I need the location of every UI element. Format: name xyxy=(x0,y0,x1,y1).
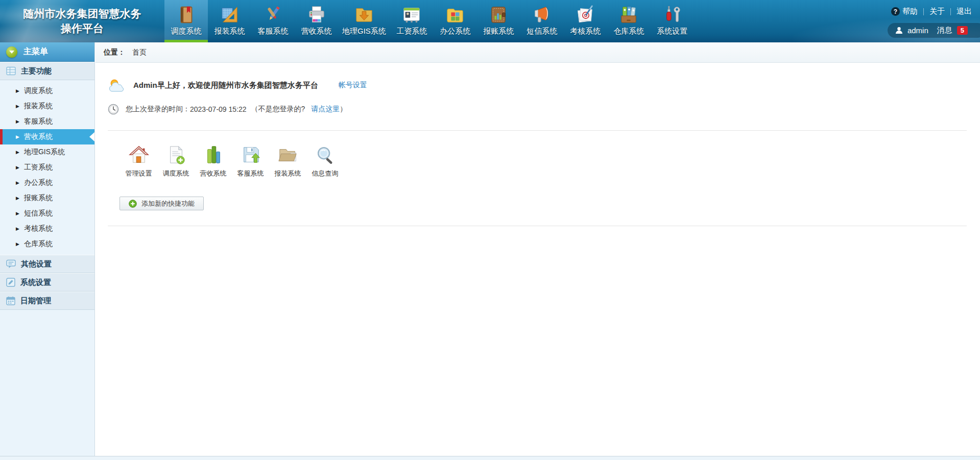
sidebar-item-gis[interactable]: 地理GIS系统 xyxy=(0,144,94,160)
divider xyxy=(108,226,967,226)
sidebar-item-assessment[interactable]: 考核系统 xyxy=(0,221,94,236)
message-count-badge[interactable]: 5 xyxy=(957,26,968,35)
help-label: 帮助 xyxy=(902,7,918,16)
nav-label: 地理GIS系统 xyxy=(342,27,386,36)
user-pill[interactable]: admin 消息 5 xyxy=(888,23,980,38)
sidebar-menu-list: 调度系统 报装系统 客服系统 营收系统 地理GIS系统 工资系统 办公系统 报账… xyxy=(0,80,94,255)
section-main-functions[interactable]: 主要功能 xyxy=(0,62,94,80)
calendar-icon xyxy=(6,296,15,305)
nav-label: 营收系统 xyxy=(301,27,332,36)
app-logo: 随州市水务集团智慧水务 操作平台 xyxy=(0,0,164,42)
sidebar-item-label: 考核系统 xyxy=(24,224,53,233)
shortcut-label: 报装系统 xyxy=(275,169,301,178)
nav-item-office[interactable]: 办公系统 xyxy=(434,0,477,42)
nav-label: 仓库系统 xyxy=(613,27,644,36)
divider xyxy=(108,130,967,131)
account-settings-link[interactable]: 帐号设置 xyxy=(339,81,367,90)
shortcut-label: 信息查询 xyxy=(312,169,339,178)
home-content: Admin早上好，欢迎使用随州市水务集团智慧水务平台 帐号设置 您上次登录的时间… xyxy=(95,63,980,226)
sidebar-item-installation[interactable]: 报装系统 xyxy=(0,99,94,114)
nav-item-installation[interactable]: 报装系统 xyxy=(208,0,251,42)
app-title-line1: 随州市水务集团智慧水务 xyxy=(23,7,141,21)
sidebar-item-label: 报账系统 xyxy=(24,193,53,203)
sidebar-item-customer-service[interactable]: 客服系统 xyxy=(0,114,94,129)
shortcut-installation[interactable]: 报装系统 xyxy=(269,145,306,178)
set-square-icon xyxy=(220,4,240,26)
messages-link[interactable]: 消息 xyxy=(937,26,952,35)
breadcrumb: 位置： 首页 xyxy=(95,42,980,63)
wallet-chart-icon xyxy=(489,4,508,26)
add-shortcut-label: 添加新的快捷功能 xyxy=(141,199,195,208)
user-icon xyxy=(895,27,903,34)
nav-item-reimbursement[interactable]: 报账系统 xyxy=(477,0,520,42)
shortcut-label: 客服系统 xyxy=(237,169,264,178)
search-icon xyxy=(315,145,336,165)
sidebar-item-revenue[interactable]: 营收系统 xyxy=(0,129,94,144)
not-you-link[interactable]: 请点这里 xyxy=(311,105,340,114)
nav-item-sms[interactable]: 短信系统 xyxy=(520,0,564,42)
tools-icon xyxy=(662,4,682,26)
selected-stripe xyxy=(0,129,3,144)
breadcrumb-page[interactable]: 首页 xyxy=(132,48,147,57)
last-login-row: 您上次登录的时间： 2023-07-09 15:22 （不是您登录的? 请点这里… xyxy=(108,104,967,115)
sidebar-item-warehouse[interactable]: 仓库系统 xyxy=(0,236,94,252)
section-system-settings[interactable]: 系统设置 xyxy=(0,273,94,292)
main-menu-header[interactable]: 主菜单 xyxy=(0,42,94,62)
nav-item-warehouse[interactable]: 仓库系统 xyxy=(607,0,651,42)
about-link[interactable]: 关于 xyxy=(929,7,945,16)
nav-item-revenue[interactable]: 营收系统 xyxy=(295,0,338,42)
folder-document-icon xyxy=(278,145,298,165)
megaphone-icon xyxy=(532,4,552,26)
logout-label: 退出 xyxy=(957,7,972,16)
sidebar-item-office[interactable]: 办公系统 xyxy=(0,175,94,190)
edit-icon xyxy=(6,278,15,287)
shortcut-customer-service[interactable]: 客服系统 xyxy=(232,145,269,178)
footer-strip xyxy=(0,456,980,460)
sidebar-item-payroll[interactable]: 工资系统 xyxy=(0,160,94,175)
help-icon: ? xyxy=(891,7,900,16)
section-other-settings[interactable]: 其他设置 xyxy=(0,255,94,273)
binders-icon xyxy=(619,4,638,26)
book-icon xyxy=(177,4,196,26)
selected-arrow-icon xyxy=(89,132,94,141)
sidebar-item-dispatch[interactable]: 调度系统 xyxy=(0,83,94,99)
app-title: 随州市水务集团智慧水务 操作平台 xyxy=(23,7,141,36)
home-icon xyxy=(129,145,149,165)
shortcut-admin-settings[interactable]: 管理设置 xyxy=(120,145,157,178)
shortcut-dispatch[interactable]: 调度系统 xyxy=(157,145,195,178)
nav-item-assessment[interactable]: 考核系统 xyxy=(564,0,607,42)
weather-icon xyxy=(108,78,126,92)
nav-item-payroll[interactable]: 工资系统 xyxy=(390,0,434,42)
sidebar-item-sms[interactable]: 短信系统 xyxy=(0,206,94,221)
nav-item-system-settings[interactable]: 系统设置 xyxy=(651,0,694,42)
nav-label: 系统设置 xyxy=(657,27,687,36)
nav-label: 工资系统 xyxy=(396,27,427,36)
last-login-time: 2023-07-09 15:22 xyxy=(190,105,247,113)
printer-icon xyxy=(307,4,326,26)
separator xyxy=(950,8,951,15)
nav-item-gis[interactable]: 地理GIS系统 xyxy=(338,0,390,42)
welcome-message: Admin早上好，欢迎使用随州市水务集团智慧水务平台 xyxy=(133,81,318,90)
folder-apps-icon xyxy=(445,4,465,26)
section-date-management[interactable]: 日期管理 xyxy=(0,292,94,310)
username: admin xyxy=(907,26,928,35)
nav-item-customer-service[interactable]: 客服系统 xyxy=(251,0,295,42)
clock-icon xyxy=(108,104,119,115)
last-login-prefix: 您上次登录的时间： xyxy=(126,105,190,114)
shortcut-info-query[interactable]: 信息查询 xyxy=(306,145,344,178)
folder-download-icon xyxy=(354,4,374,26)
nav-label: 考核系统 xyxy=(570,27,601,36)
shortcut-label: 营收系统 xyxy=(200,169,227,178)
help-link[interactable]: ? 帮助 xyxy=(891,7,918,16)
last-login-suffix: ） xyxy=(340,105,347,114)
separator xyxy=(923,8,924,15)
nav-label: 报装系统 xyxy=(214,27,245,36)
shortcuts-row: 管理设置 调度系统 营收系统 客服系统 报装系统 信息查询 xyxy=(108,145,967,178)
nav-item-dispatch[interactable]: 调度系统 xyxy=(164,0,208,42)
section-label: 日期管理 xyxy=(20,296,51,306)
logout-link[interactable]: 退出 xyxy=(957,7,972,16)
brush-pencil-icon xyxy=(264,4,283,26)
add-shortcut-button[interactable]: 添加新的快捷功能 xyxy=(119,197,204,210)
sidebar-item-reimbursement[interactable]: 报账系统 xyxy=(0,190,94,206)
shortcut-revenue[interactable]: 营收系统 xyxy=(195,145,232,178)
